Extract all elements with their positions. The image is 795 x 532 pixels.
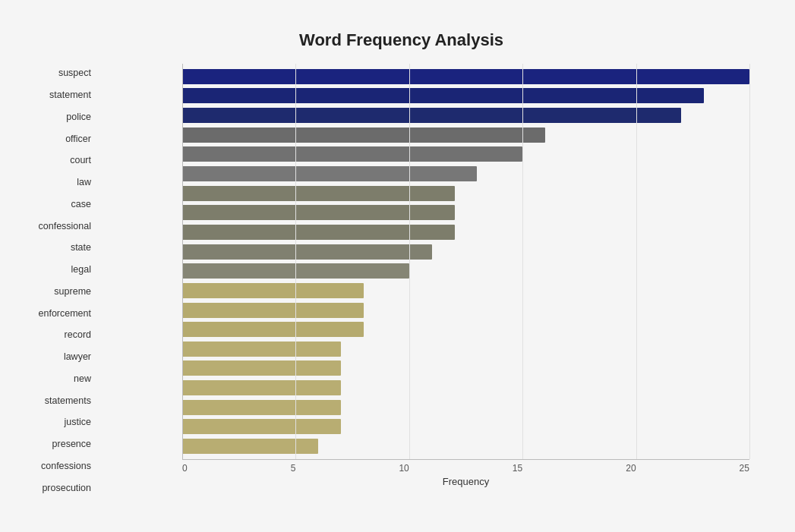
y-axis-label: confessions [15,458,99,474]
bar-fill [182,439,318,454]
y-axis-label: case [15,196,99,212]
bar-row [182,244,749,260]
bar-row [182,263,749,279]
bar-row [182,438,749,455]
bar-fill [182,108,681,123]
y-axis-label: court [15,152,99,168]
y-axis-labels: suspectstatementpoliceofficercourtlawcas… [15,59,99,502]
bar-row [182,185,749,202]
bar-fill [182,283,364,298]
bar-fill [182,146,522,162]
bar-fill [182,342,341,357]
bar-fill [182,263,409,279]
bar-fill [182,127,545,143]
chart-container: Word Frequency Analysis 0510152025 Frequ… [15,15,780,532]
bar-row [182,165,749,182]
y-axis-label: justice [15,414,99,430]
bar-row [182,399,749,416]
x-tick: 10 [399,463,409,474]
bar-row [182,418,749,435]
bar-row [182,302,749,319]
bar-fill [182,69,749,84]
bar-row [182,321,749,338]
x-tick: 20 [626,463,636,474]
bar-row [182,107,749,124]
bar-fill [182,400,341,415]
y-axis-label: lawyer [15,348,99,365]
bar-fill [182,322,364,337]
y-axis-label: suspect [15,65,99,81]
bar-fill [182,166,477,181]
bar-fill [182,186,455,201]
bar-row [182,282,749,299]
bar-fill [182,360,341,376]
x-axis-label: Frequency [182,476,749,487]
y-axis-label: law [15,174,99,190]
y-axis-label: state [15,239,99,256]
bar-fill [182,88,704,103]
bar-fill [182,205,455,220]
y-axis-label: police [15,109,99,125]
bar-row [182,127,749,143]
bar-row [182,146,749,162]
y-axis-label: supreme [15,283,99,300]
y-axis-label: statements [15,392,99,409]
bar-row [182,224,749,241]
bar-fill [182,419,341,434]
y-axis-label: statement [15,87,99,103]
bar-row [182,341,749,357]
bar-row [182,360,749,376]
y-axis-label: officer [15,131,99,147]
y-axis-label: new [15,370,99,387]
y-axis-label: legal [15,261,99,278]
bar-fill [182,225,455,240]
chart-title: Word Frequency Analysis [76,30,727,50]
bar-row [182,87,749,104]
bar-fill [182,303,364,318]
bar-row [182,379,749,396]
y-axis-label: confessional [15,218,99,235]
y-axis-label: enforcement [15,305,99,322]
y-axis-label: record [15,326,99,343]
y-axis-label: presence [15,436,99,452]
y-axis-label: prosecution [15,480,99,496]
bars-area [182,64,749,459]
bar-row [182,68,749,85]
bar-fill [182,380,341,395]
x-tick: 0 [182,463,188,474]
grid-line [749,64,750,459]
x-axis-area: 0510152025 Frequency [182,459,749,490]
bar-row [182,204,749,221]
x-tick: 25 [740,463,749,474]
x-tick: 5 [291,463,296,474]
x-tick: 15 [513,463,522,474]
bar-fill [182,244,432,260]
